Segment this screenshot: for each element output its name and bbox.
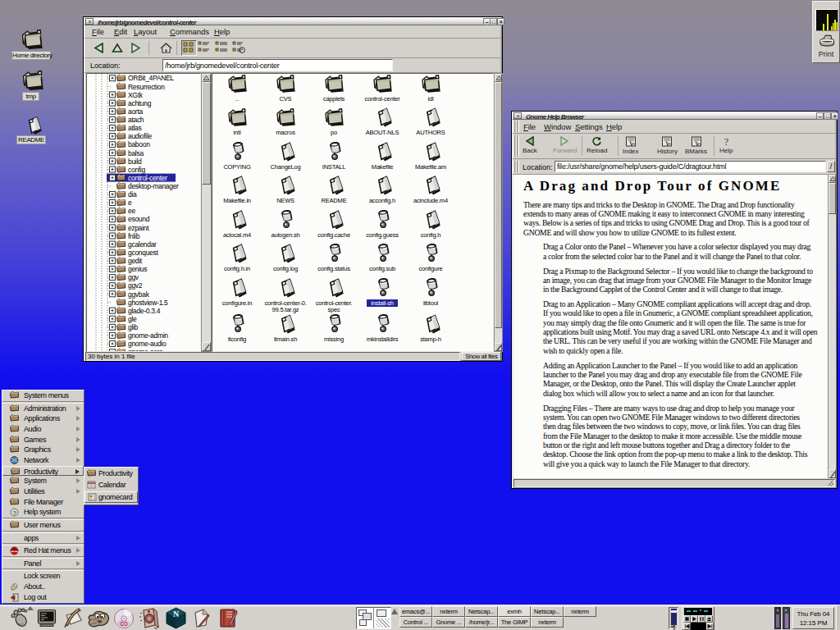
svg-text:gedit: gedit bbox=[128, 257, 143, 265]
svg-text:fnlib: fnlib bbox=[128, 232, 140, 240]
svg-text:CVS: CVS bbox=[280, 95, 292, 103]
svg-text:COPYING: COPYING bbox=[223, 163, 251, 171]
svg-text:Resurrection: Resurrection bbox=[128, 83, 165, 91]
svg-text:configure: configure bbox=[418, 265, 442, 272]
svg-text:spec: spec bbox=[327, 306, 340, 313]
svg-text:config.cache: config.cache bbox=[317, 231, 350, 239]
svg-text:audiofile: audiofile bbox=[128, 132, 153, 140]
svg-text:install-sh: install-sh bbox=[371, 299, 394, 307]
svg-text:CD: CD bbox=[121, 621, 129, 627]
svg-text:idl: idl bbox=[428, 95, 434, 103]
svg-text:desktop-manager: desktop-manager bbox=[128, 182, 179, 190]
svg-text:balsa: balsa bbox=[128, 149, 144, 158]
svg-text:INSTALL: INSTALL bbox=[322, 163, 346, 171]
svg-text:ABOUT-NLS: ABOUT-NLS bbox=[366, 129, 399, 136]
svg-text:capplets: capplets bbox=[323, 95, 345, 103]
svg-text:config.status: config.status bbox=[317, 265, 350, 272]
svg-text:Makefile: Makefile bbox=[372, 163, 393, 171]
svg-text:baboon: baboon bbox=[128, 140, 150, 148]
svg-text:atach: atach bbox=[128, 116, 144, 124]
svg-text:mkinstalldirs: mkinstalldirs bbox=[367, 336, 399, 343]
svg-text:config.sub: config.sub bbox=[369, 265, 395, 272]
svg-text:build: build bbox=[128, 158, 142, 166]
svg-text:ggv: ggv bbox=[128, 273, 139, 281]
svg-text:po: po bbox=[331, 129, 337, 136]
svg-text:aorta: aorta bbox=[128, 107, 143, 116]
svg-text:gnome-audio: gnome-audio bbox=[128, 340, 167, 348]
svg-text:?: ? bbox=[724, 136, 728, 146]
svg-text:..: .. bbox=[235, 95, 239, 103]
svg-text:Makefile.am: Makefile.am bbox=[415, 163, 446, 171]
svg-text:NEWS: NEWS bbox=[276, 197, 294, 204]
svg-text:config.guess: config.guess bbox=[366, 231, 399, 239]
svg-text:ltmain.sh: ltmain.sh bbox=[274, 336, 297, 343]
svg-text:README: README bbox=[322, 197, 347, 204]
svg-text:libtool: libtool bbox=[423, 299, 439, 307]
svg-text:missing: missing bbox=[324, 336, 344, 343]
svg-text:e: e bbox=[128, 199, 132, 207]
svg-text:N: N bbox=[173, 609, 180, 619]
svg-text:gconquest: gconquest bbox=[128, 249, 158, 257]
svg-text:atlas: atlas bbox=[128, 124, 142, 132]
svg-text:macros: macros bbox=[276, 129, 295, 136]
svg-text:esound: esound bbox=[128, 215, 150, 223]
svg-text:ggv2: ggv2 bbox=[128, 281, 143, 290]
svg-text:ChangeLog: ChangeLog bbox=[271, 163, 301, 171]
svg-text:XGtk: XGtk bbox=[128, 91, 144, 99]
svg-text:ghostview-1.5: ghostview-1.5 bbox=[128, 299, 168, 307]
svg-text:AUTHORS: AUTHORS bbox=[416, 129, 445, 136]
svg-text:ee: ee bbox=[128, 207, 135, 215]
svg-text:dia: dia bbox=[128, 190, 137, 199]
svg-text:Makefile.in: Makefile.in bbox=[223, 197, 251, 204]
svg-text:acconfig.h: acconfig.h bbox=[369, 197, 395, 204]
svg-text:glade-0.3.4: glade-0.3.4 bbox=[128, 307, 161, 315]
svg-text:config.log: config.log bbox=[273, 265, 298, 272]
svg-text:configure.in: configure.in bbox=[222, 299, 252, 307]
svg-text:config: config bbox=[128, 166, 145, 174]
svg-text:ggvbak: ggvbak bbox=[128, 290, 150, 299]
svg-text:acinclude.m4: acinclude.m4 bbox=[413, 197, 448, 204]
svg-text:ORBit_4PANEL: ORBit_4PANEL bbox=[128, 74, 174, 82]
svg-text:aclocal.m4: aclocal.m4 bbox=[223, 231, 251, 239]
svg-text:gnome-core: gnome-core bbox=[128, 348, 163, 351]
svg-text:99.5.tar.gz: 99.5.tar.gz bbox=[272, 306, 299, 313]
svg-text:glib: glib bbox=[128, 323, 139, 331]
svg-text:gle: gle bbox=[128, 315, 137, 323]
svg-text:achtung: achtung bbox=[128, 99, 152, 107]
svg-text:ltconfig: ltconfig bbox=[228, 336, 246, 343]
svg-text:gnome-admin: gnome-admin bbox=[128, 331, 168, 340]
svg-text:stamp-h: stamp-h bbox=[420, 336, 441, 343]
svg-text:ezpaint: ezpaint bbox=[128, 224, 149, 232]
svg-text:config.h: config.h bbox=[421, 231, 441, 239]
svg-text:intl: intl bbox=[234, 129, 241, 136]
svg-text:control-center: control-center bbox=[364, 95, 400, 103]
svg-text:genius: genius bbox=[128, 265, 147, 273]
svg-text:autogen.sh: autogen.sh bbox=[271, 231, 299, 239]
svg-text:gcalendar: gcalendar bbox=[128, 240, 157, 249]
svg-text:control-center: control-center bbox=[128, 174, 167, 182]
svg-text:config.h.in: config.h.in bbox=[224, 265, 250, 272]
